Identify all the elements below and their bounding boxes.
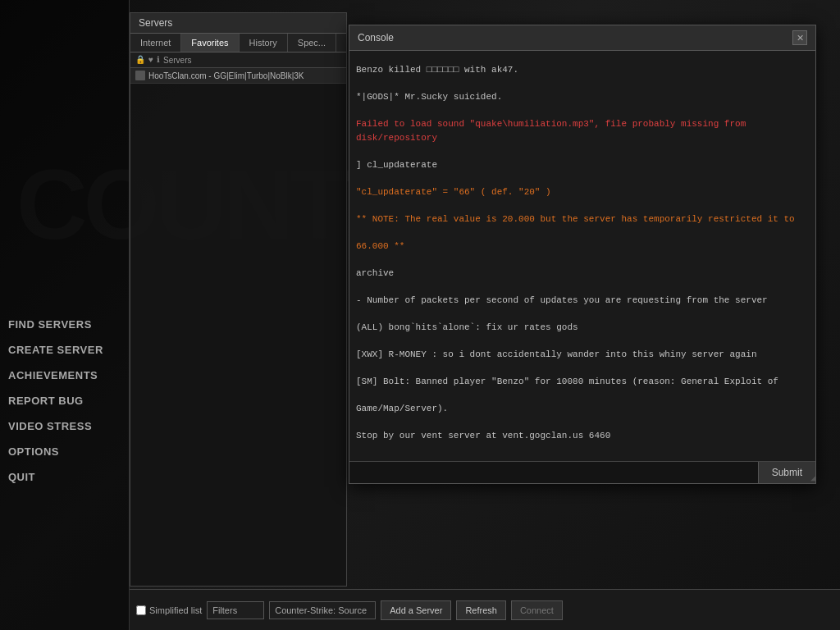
- console-line: Failed to load sound "quake\humiliation.…: [356, 117, 809, 144]
- sidebar: Find Servers Create Server Achievements …: [0, 0, 130, 630]
- sidebar-item-find-servers[interactable]: Find Servers: [0, 312, 129, 337]
- tabs-bar: Internet Favorites History Spec...: [130, 34, 346, 52]
- sidebar-item-create-server[interactable]: Create Server: [0, 337, 129, 363]
- console-close-button[interactable]: ✕: [792, 30, 807, 45]
- console-line: 66.000 **: [356, 240, 809, 253]
- add-server-button[interactable]: Add a Server: [381, 600, 451, 620]
- simplified-list-checkbox[interactable]: [136, 605, 146, 615]
- server-list-header: 🔒 ♥ ℹ Servers: [130, 52, 346, 68]
- console-dialog: Console ✕ Genoknox connected.*|GODS|* Mr…: [349, 25, 816, 484]
- console-line: ** NOTE: The real value is 20.000 but th…: [356, 212, 809, 226]
- servers-panel: Servers Internet Favorites History Spec.…: [130, 12, 347, 587]
- console-line: Benzo killed □□□□□□ with ak47.: [356, 63, 809, 77]
- sidebar-item-video-stress[interactable]: Video Stress: [0, 413, 129, 439]
- game-filter-input[interactable]: [269, 601, 376, 619]
- tab-spectate[interactable]: Spec...: [288, 34, 336, 52]
- tab-internet[interactable]: Internet: [130, 34, 181, 52]
- console-line: "cl_updaterate" = "66" ( def. "20" ): [356, 185, 809, 199]
- server-row[interactable]: HooTsClan.com - GG|Elim|Turbo|NoBlk|3K: [130, 68, 346, 84]
- console-resize-handle[interactable]: ◢: [804, 472, 815, 483]
- servers-panel-header: Servers: [130, 13, 346, 34]
- console-line: Stop by our vent server at vent.gogclan.…: [356, 429, 809, 443]
- heart-icon: ♥: [148, 56, 153, 65]
- connect-button[interactable]: Connect: [511, 600, 563, 620]
- refresh-button[interactable]: Refresh: [456, 600, 506, 620]
- sidebar-item-achievements[interactable]: Achievements: [0, 363, 129, 388]
- console-output: Genoknox connected.*|GODS|* Mr.Sucky : o…: [349, 51, 815, 461]
- info-icon: ℹ: [157, 55, 160, 65]
- filters-input[interactable]: [207, 601, 264, 619]
- console-line: *|GODS|* Mr.Sucky suicided.: [356, 90, 809, 104]
- console-input-row: Submit: [349, 461, 815, 483]
- lock-icon: 🔒: [135, 55, 145, 65]
- tab-favorites[interactable]: Favorites: [181, 34, 239, 52]
- console-line: archive: [356, 267, 809, 281]
- console-title: Console: [358, 32, 394, 43]
- bottom-bar: Simplified list Add a Server Refresh Con…: [130, 589, 840, 630]
- sidebar-item-report-bug[interactable]: Report Bug: [0, 388, 129, 413]
- servers-col-label: Servers: [163, 56, 191, 65]
- tab-history[interactable]: History: [240, 34, 288, 52]
- sidebar-item-quit[interactable]: Quit: [0, 464, 129, 490]
- console-line: ] cl_updaterate: [356, 158, 809, 172]
- console-line: [XWX] R-MONEY : so i dont accidentally w…: [356, 348, 809, 362]
- console-line: - Number of packets per second of update…: [356, 294, 809, 308]
- console-input[interactable]: [349, 462, 758, 483]
- console-line: (ALL) bong`hits`alone`: fix ur rates god…: [356, 321, 809, 335]
- server-favicon: [135, 71, 145, 80]
- simplified-list-label: Simplified list: [149, 605, 202, 615]
- console-line: Game/Map/Server).: [356, 402, 809, 416]
- server-name: HooTsClan.com - GG|Elim|Turbo|NoBlk|3K: [148, 71, 304, 80]
- simplified-list: Simplified list: [136, 605, 202, 615]
- sidebar-item-options[interactable]: Options: [0, 439, 129, 464]
- console-line: [SM] Bolt: Banned player "Benzo" for 100…: [356, 375, 809, 389]
- console-titlebar: Console ✕: [349, 25, 815, 51]
